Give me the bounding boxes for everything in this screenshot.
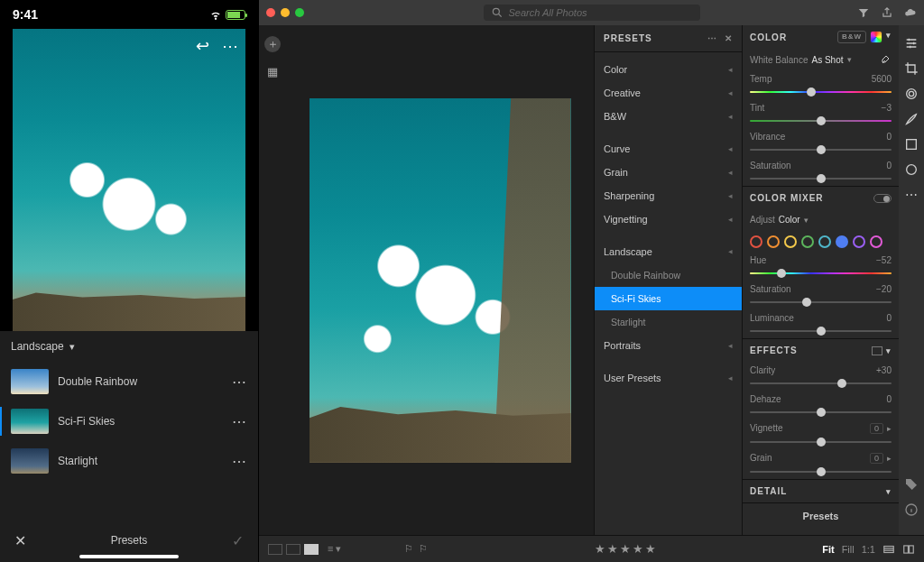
white-balance-row[interactable]: White Balance As Shot ▾	[743, 49, 899, 70]
effects-dehaze[interactable]: Dehaze0	[743, 391, 899, 419]
color-profile-icon[interactable]	[870, 31, 882, 43]
more-icon[interactable]: ⋯	[232, 453, 247, 470]
chevron-right-icon[interactable]: ▸	[887, 454, 892, 463]
mobile-photo[interactable]: ↩︎ ⋯	[13, 29, 245, 331]
presets-row-creative[interactable]: Creative◂	[595, 81, 742, 105]
close-icon[interactable]: ✕	[14, 532, 26, 549]
color-tint-slider[interactable]	[750, 115, 892, 126]
maximize-window-icon[interactable]	[295, 8, 304, 17]
screen-icon[interactable]	[872, 346, 882, 355]
presets-row-portraits[interactable]: Portraits◂	[595, 334, 742, 357]
zoom-11[interactable]: 1:1	[862, 544, 875, 555]
color-temp[interactable]: Temp5600	[743, 70, 899, 99]
close-icon[interactable]: ✕	[725, 33, 733, 43]
star-icon[interactable]: ★	[645, 542, 656, 556]
compare-view-icon[interactable]	[286, 544, 300, 555]
filmstrip-icon[interactable]	[882, 543, 895, 556]
section-toggle[interactable]	[873, 194, 892, 203]
color-saturation[interactable]: Saturation0	[743, 157, 899, 186]
section-detail[interactable]: DETAIL ▾	[743, 479, 899, 502]
window-controls[interactable]	[266, 8, 304, 17]
grid-view-icon[interactable]	[268, 544, 282, 555]
share-icon[interactable]	[881, 6, 893, 19]
preset-item-starlight[interactable]: Starlight ⋯	[0, 441, 258, 481]
color-swatch[interactable]	[801, 235, 814, 248]
presets-row-landscape[interactable]: Landscape▾	[595, 240, 742, 263]
tag-icon[interactable]	[904, 477, 919, 492]
gallery-icon[interactable]: ▦	[264, 63, 281, 79]
minimize-window-icon[interactable]	[281, 8, 290, 17]
color-vibrance[interactable]: Vibrance0	[743, 128, 899, 157]
close-window-icon[interactable]	[266, 8, 275, 17]
section-color[interactable]: COLOR B&W ▾	[743, 25, 899, 49]
rating-stars[interactable]: ★ ★ ★ ★ ★	[595, 542, 656, 556]
confirm-icon[interactable]: ✓	[232, 532, 244, 549]
presets-row-double-rainbow[interactable]: Double Rainbow	[595, 263, 742, 287]
mixer-luminance[interactable]: Luminance0	[743, 309, 899, 338]
preset-item-scifi-skies[interactable]: Sci-Fi Skies ⋯	[0, 401, 258, 441]
filter-icon[interactable]	[857, 6, 870, 19]
crop-icon[interactable]	[904, 61, 919, 76]
effects-clarity[interactable]: Clarity+30	[743, 362, 899, 391]
color-swatch[interactable]	[784, 235, 797, 248]
more-icon[interactable]: ⋯	[707, 33, 717, 43]
cloud-icon[interactable]	[904, 6, 917, 19]
grain-row[interactable]: Grain 0 ▸	[743, 449, 899, 479]
radial-gradient-icon[interactable]	[904, 162, 919, 177]
color-swatch[interactable]	[767, 235, 780, 248]
section-color-mixer[interactable]: COLOR MIXER	[743, 186, 899, 209]
linear-gradient-icon[interactable]	[904, 137, 919, 152]
section-effects[interactable]: EFFECTS ▾	[743, 338, 899, 362]
bw-toggle[interactable]: B&W	[837, 31, 866, 43]
presets-row-vignetting[interactable]: Vignetting◂	[595, 207, 742, 231]
presets-row-b&w[interactable]: B&W◂	[595, 105, 742, 128]
preset-item-double-rainbow[interactable]: Double Rainbow ⋯	[0, 362, 258, 401]
sort-icon[interactable]: ≡ ▾	[328, 543, 341, 555]
star-icon[interactable]: ★	[633, 542, 643, 556]
color-swatch[interactable]	[750, 235, 762, 248]
presets-row-starlight[interactable]: Starlight	[595, 310, 742, 334]
eyedropper-icon[interactable]	[881, 54, 892, 65]
presets-row-user-presets[interactable]: User Presets◂	[595, 366, 742, 390]
zoom-fit[interactable]: Fit	[822, 544, 834, 555]
more-icon[interactable]: ⋯	[232, 373, 247, 391]
color-vibrance-slider[interactable]	[750, 144, 892, 155]
reject-icon[interactable]: ⚐	[419, 543, 428, 555]
brush-icon[interactable]	[904, 112, 919, 126]
heal-icon[interactable]	[904, 87, 919, 101]
star-icon[interactable]: ★	[620, 542, 631, 556]
more-icon[interactable]: ⋯	[232, 413, 247, 430]
undo-icon[interactable]: ↩︎	[196, 36, 209, 56]
photo-canvas[interactable]	[286, 25, 594, 535]
more-icon[interactable]: ⋯	[222, 36, 238, 56]
mixer-luminance-slider[interactable]	[750, 326, 892, 336]
single-view-icon[interactable]	[304, 544, 319, 555]
color-swatch[interactable]	[836, 235, 848, 248]
beforeafter-icon[interactable]	[902, 543, 915, 556]
zoom-controls[interactable]: Fit Fill 1:1	[822, 543, 915, 556]
mixer-hue-slider[interactable]	[750, 268, 892, 279]
adjust-footer-presets[interactable]: Presets	[743, 502, 899, 528]
more-icon[interactable]: ⋯	[904, 188, 919, 202]
presets-row-curve[interactable]: Curve◂	[595, 137, 742, 161]
grain-slider[interactable]	[750, 466, 892, 477]
vignette-row[interactable]: Vignette 0 ▸	[743, 419, 899, 449]
star-icon[interactable]: ★	[607, 542, 618, 556]
mixer-hue[interactable]: Hue−52	[743, 252, 899, 281]
vignette-slider[interactable]	[750, 437, 892, 447]
mixer-saturation[interactable]: Saturation−20	[743, 281, 899, 309]
color-mixer-adjust[interactable]: Adjust Color ▾	[743, 209, 899, 230]
effects-dehaze-slider[interactable]	[750, 407, 892, 418]
color-saturation-slider[interactable]	[750, 173, 892, 184]
color-swatch[interactable]	[853, 235, 865, 248]
star-icon[interactable]: ★	[595, 542, 605, 556]
mobile-preset-category[interactable]: Landscape ▾	[0, 331, 258, 362]
add-photo-icon[interactable]: ＋	[264, 36, 281, 52]
sliders-icon[interactable]	[904, 36, 919, 51]
color-swatch[interactable]	[870, 235, 882, 248]
view-mode-toggles[interactable]	[268, 544, 319, 555]
search-input[interactable]: Search All Photos	[484, 5, 700, 21]
zoom-fill[interactable]: Fill	[842, 544, 855, 555]
color-tint[interactable]: Tint−3	[743, 99, 899, 128]
presets-row-sci-fi-skies[interactable]: Sci-Fi Skies	[595, 287, 742, 310]
